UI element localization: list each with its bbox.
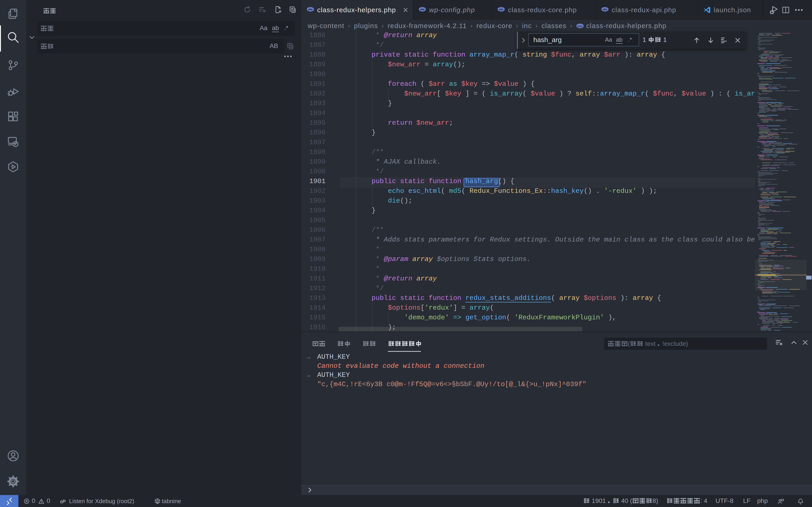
svg-text:php: php [577,24,583,27]
svg-text:php: php [499,8,503,11]
svg-text:php: php [603,8,607,11]
svg-text:php: php [308,8,313,11]
svg-text:php: php [420,8,424,11]
